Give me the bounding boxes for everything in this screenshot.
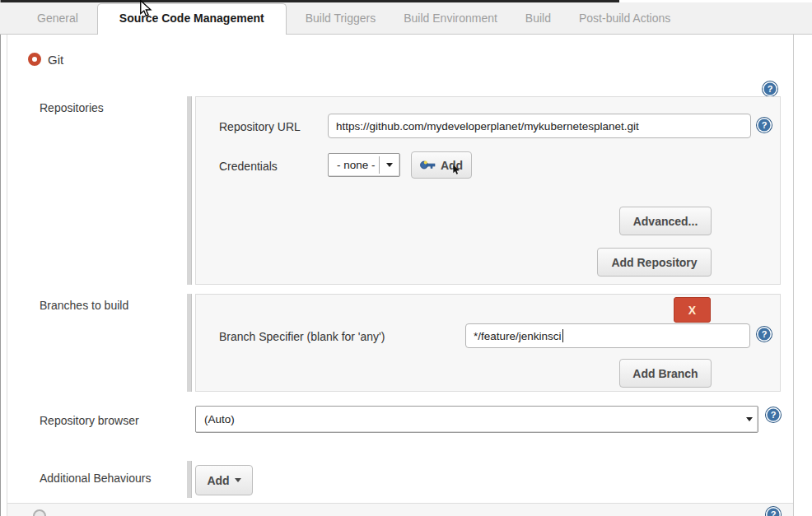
jenkins-job-config-page: { "tabs": [ { "label": "General", "activ…: [0, 0, 812, 516]
repository-browser-help-icon[interactable]: ?: [766, 407, 781, 422]
tab-post-build-actions[interactable]: Post-build Actions: [565, 3, 684, 34]
mouse-cursor-small-icon: [452, 164, 461, 179]
select-divider: [379, 156, 380, 174]
branch-specifier-help-icon[interactable]: ?: [757, 327, 772, 342]
branch-specifier-value: */feature/jenkinsci: [474, 330, 562, 342]
repositories-drag-handle[interactable]: [187, 96, 192, 285]
repository-url-help-icon[interactable]: ?: [757, 118, 772, 132]
chevron-down-icon: [235, 478, 241, 482]
add-branch-button[interactable]: Add Branch: [619, 359, 712, 388]
key-icon: [420, 160, 436, 170]
next-section-background: [7, 504, 793, 516]
repository-browser-selected-value: (Auto): [196, 413, 740, 425]
next-section-help-icon[interactable]: ?: [766, 507, 781, 516]
advanced-button[interactable]: Advanced...: [619, 207, 712, 235]
credentials-selected-value: - none -: [329, 159, 379, 171]
window-left-edge: [0, 0, 1, 516]
branch-specifier-input[interactable]: */feature/jenkinsci: [465, 323, 750, 348]
delete-branch-button[interactable]: X: [674, 297, 711, 323]
repository-browser-select[interactable]: (Auto): [195, 406, 758, 433]
advanced-button-label: Advanced...: [633, 215, 698, 228]
credentials-select[interactable]: - none -: [328, 153, 400, 177]
repositories-section-label: Repositories: [40, 101, 104, 114]
repository-url-input[interactable]: [328, 114, 751, 138]
tab-general[interactable]: General: [23, 3, 92, 34]
branches-section-label: Branches to build: [40, 299, 128, 312]
tab-build-environment[interactable]: Build Environment: [390, 3, 511, 34]
tab-build[interactable]: Build: [511, 3, 565, 34]
add-repository-button[interactable]: Add Repository: [597, 248, 712, 277]
git-radio[interactable]: [28, 53, 41, 66]
mouse-cursor-icon: [138, 0, 154, 21]
tab-build-triggers[interactable]: Build Triggers: [292, 3, 390, 34]
branch-specifier-label: Branch Specifier (blank for 'any'): [219, 330, 385, 343]
chevron-down-icon: [746, 417, 753, 421]
additional-behaviours-drag-handle[interactable]: [187, 461, 192, 498]
add-credentials-button[interactable]: Add: [411, 151, 472, 179]
repository-url-label: Repository URL: [219, 120, 301, 133]
git-radio-label: Git: [48, 53, 63, 67]
delete-branch-button-label: X: [688, 304, 696, 317]
repository-browser-label: Repository browser: [40, 414, 139, 427]
text-caret: [562, 329, 563, 342]
credentials-label: Credentials: [219, 160, 278, 173]
tab-source-code-management[interactable]: Source Code Management: [97, 3, 287, 35]
add-behaviour-button-label: Add: [207, 474, 229, 487]
add-repository-button-label: Add Repository: [611, 256, 697, 269]
chevron-down-icon: [386, 163, 393, 167]
branches-drag-handle[interactable]: [187, 294, 192, 392]
add-behaviour-button[interactable]: Add: [195, 465, 253, 495]
repositories-help-icon[interactable]: ?: [763, 81, 777, 96]
add-branch-button-label: Add Branch: [632, 367, 698, 380]
additional-behaviours-label: Additional Behaviours: [40, 472, 151, 485]
config-tabbar: General Source Code Management Build Tri…: [0, 2, 812, 35]
